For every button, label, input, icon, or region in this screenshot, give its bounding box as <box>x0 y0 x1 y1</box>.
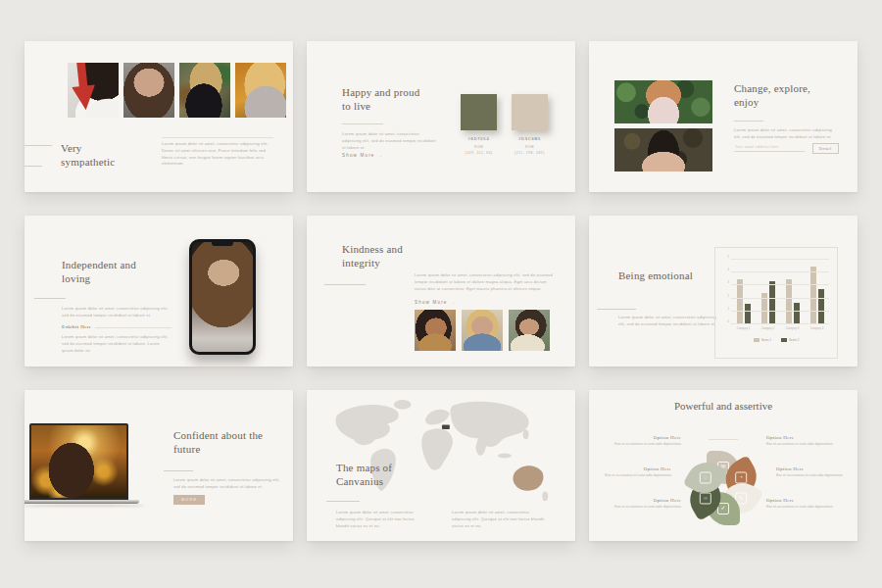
option-item: Option Here Eos et accusamus et iusto od… <box>776 466 847 478</box>
phone-screen-portrait <box>192 242 253 352</box>
photo-woman-sunglasses <box>509 310 550 351</box>
swatch-rgb-label: (211, 198, 181) <box>512 151 548 155</box>
photo-brunette-gray <box>123 63 174 118</box>
decorative-line <box>326 501 360 502</box>
color-swatch-beige <box>512 94 548 130</box>
legend-item: Series 2 <box>781 338 799 342</box>
chart-category-label: Category 1 <box>737 326 751 330</box>
photo-woman-laughing <box>415 310 456 351</box>
slide-body: Lorem ipsum dolor sit amet, consectetur … <box>734 127 840 141</box>
greenland <box>394 400 412 410</box>
show-more-link[interactable]: Show More→ <box>415 300 455 305</box>
bar-group <box>810 267 824 324</box>
chart-gridline <box>731 323 829 324</box>
sun-icon: ☼ <box>700 493 711 505</box>
chart-ytick-label: 5 <box>721 255 729 259</box>
slide-title: Powerful and assertive <box>589 400 858 414</box>
chart-gridline <box>731 298 829 299</box>
slide-body-left: Lorem ipsum dolor sit amet, consectetur … <box>336 510 426 529</box>
decorative-line <box>162 137 273 138</box>
phone-mockup <box>189 239 256 355</box>
chart-ytick-label: 2 <box>721 293 729 297</box>
option-item: Option Here Eos et accusamus et iusto od… <box>601 466 671 478</box>
bar-series-2 <box>745 304 751 324</box>
decorative-line <box>324 284 366 285</box>
slide-body: Lorem ipsum dolor sit amet, consectetur … <box>162 141 273 168</box>
option-item: Option Here Eos et accusamus et iusto od… <box>611 435 681 447</box>
photo-woman-denim <box>462 310 503 351</box>
asia <box>451 402 529 447</box>
decorative-line <box>24 145 52 146</box>
bar-series-1 <box>810 267 816 324</box>
india <box>475 439 485 456</box>
slide-change-explore-enjoy: Change, explore, enjoy Lorem ipsum dolor… <box>589 41 858 192</box>
photo-strip <box>68 63 286 118</box>
slide-body: Lorem ipsum dolor sit amet, consectetur … <box>173 477 283 491</box>
legend-color-chip <box>754 338 760 342</box>
slide-body: Lorem ipsum dolor sit amet, consectetur … <box>342 131 440 151</box>
chart-ytick-label: 3 <box>721 280 729 284</box>
slide-title: Happy and proud to live <box>342 86 422 114</box>
slide-title: Independent and loving <box>62 259 150 286</box>
heart-icon: ♡ <box>700 472 711 484</box>
europe <box>425 410 450 425</box>
africa <box>421 428 453 470</box>
slide-title: Being emotional <box>618 270 697 283</box>
slide-body-right: Lorem ipsum dolor sit amet, consectetur … <box>452 510 546 529</box>
arrow-right-icon: → <box>378 153 383 158</box>
slide-kindness-and-integrity: Kindness and integrity Lorem ipsum dolor… <box>307 216 575 367</box>
subheading-rule <box>95 327 172 328</box>
chart-category-label: Category 3 <box>786 326 800 330</box>
world-map <box>324 396 558 515</box>
chart-ytick-label: 0 <box>721 319 729 323</box>
bar-series-1 <box>786 279 792 324</box>
decorative-line <box>24 166 42 167</box>
new-zealand <box>542 491 548 501</box>
slide-body: Lorem ipsum dolor sit amet, consectetur … <box>618 315 718 328</box>
map-marker <box>442 425 450 429</box>
option-item: Option Here Eos et accusamus et iusto od… <box>611 498 681 510</box>
show-more-link[interactable]: Show More→ <box>342 153 382 158</box>
more-button[interactable]: MORE <box>173 495 205 505</box>
option-item: Option Here Eos et accusamus et iusto od… <box>766 498 837 510</box>
email-input[interactable] <box>734 143 805 152</box>
arrow-right-icon: → <box>451 300 456 305</box>
slide-independent-and-loving: Independent and loving Lorem ipsum dolor… <box>24 216 293 367</box>
legend-color-chip <box>781 338 787 342</box>
photo-strip <box>415 310 550 351</box>
bar-chart: 012345 Category 1Category 2Category 3Cat… <box>714 247 838 359</box>
bar-group <box>761 281 775 324</box>
photo-blonde-black-dress <box>179 63 230 118</box>
slide-title: Change, explore, enjoy <box>734 82 822 110</box>
bar-series-2 <box>769 281 775 324</box>
slide-happy-and-proud: Happy and proud to live Lorem ipsum dolo… <box>307 41 575 192</box>
decorative-line <box>597 309 636 310</box>
slide-powerful-and-assertive: Powerful and assertive ✉◔✎✓☼♡ Option Her… <box>589 390 858 541</box>
slide-confident-about-future: Confident about the future Lorem ipsum d… <box>24 390 293 541</box>
chart-category-label: Category 4 <box>810 326 824 330</box>
phone-notch <box>212 242 233 246</box>
north-america <box>336 405 399 445</box>
chart-gridline <box>731 259 829 260</box>
chart-category-label: Category 2 <box>761 326 775 330</box>
indonesia <box>498 454 512 459</box>
bar-series-1 <box>737 279 743 324</box>
photo-woman-green-leaves <box>614 80 712 123</box>
slide-body: Lorem ipsum dolor sit amet, consectetur … <box>62 306 172 319</box>
chart-plot-area: 012345 <box>731 260 829 324</box>
subheading: Exhibit Here <box>62 324 92 329</box>
color-swatch-olive <box>461 94 497 130</box>
photo-woman-dark-foliage <box>614 128 712 172</box>
swatch-mode-label: RGB <box>461 145 497 149</box>
chart-gridline <box>731 311 829 312</box>
laptop-shadow <box>24 505 145 507</box>
detail-button[interactable]: Detail <box>812 143 839 154</box>
portrait-silhouette <box>94 72 114 91</box>
slide-title: Very sympathetic <box>61 142 137 170</box>
japan <box>523 429 529 439</box>
legend-item: Series 1 <box>754 338 771 342</box>
option-item: Option Here Eos et accusamus et iusto od… <box>766 435 837 447</box>
chart-ytick-label: 1 <box>721 306 729 310</box>
slide-being-emotional: Being emotional Lorem ipsum dolor sit am… <box>589 216 858 367</box>
slide-title: Kindness and integrity <box>342 243 426 270</box>
